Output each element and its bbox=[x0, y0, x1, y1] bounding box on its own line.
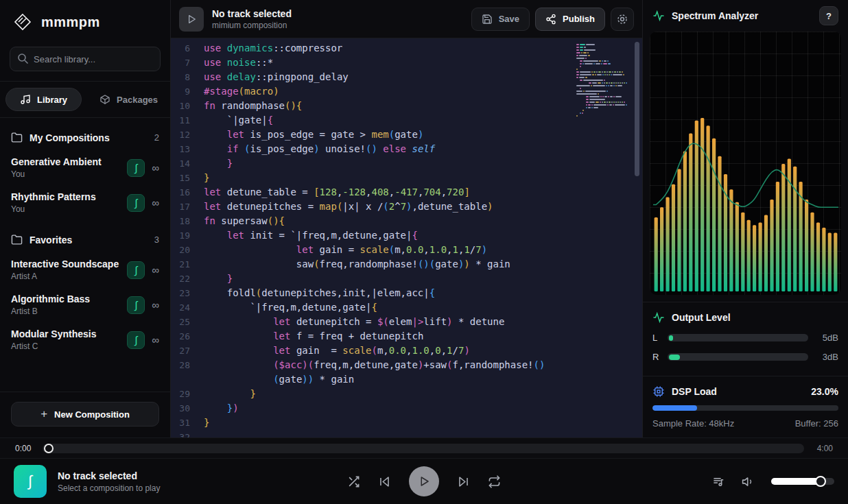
composition-item[interactable]: Generative Ambient You ∫ ∞ bbox=[0, 150, 170, 185]
code-editor[interactable]: 6use dynamics::compressor7use noise::*8u… bbox=[171, 38, 642, 437]
sample-rate-label: Sample Rate: 48kHz bbox=[652, 418, 734, 429]
speaker-icon bbox=[742, 475, 755, 488]
meter-left-track bbox=[668, 334, 808, 341]
volume-slider[interactable] bbox=[771, 478, 834, 485]
publish-label: Publish bbox=[563, 14, 595, 24]
composition-title: Interactive Soundscape bbox=[11, 259, 127, 269]
settings-button[interactable] bbox=[611, 8, 634, 31]
code-lines: 6use dynamics::compressor7use noise::*8u… bbox=[171, 41, 642, 437]
tab-library[interactable]: Library bbox=[5, 88, 82, 111]
meter-right-fill bbox=[669, 355, 680, 360]
new-composition-button[interactable]: + New Composition bbox=[11, 402, 159, 427]
minimap[interactable] bbox=[576, 44, 624, 121]
previous-track-button[interactable] bbox=[378, 475, 391, 488]
dsp-load-value: 23.0% bbox=[811, 386, 838, 397]
volume-fill bbox=[771, 478, 821, 485]
dsp-load-bar bbox=[652, 405, 838, 411]
composition-item[interactable]: Algorithmic Bass Artist B ∫ ∞ bbox=[0, 287, 170, 322]
track-thumbnail-play[interactable] bbox=[179, 7, 204, 32]
tab-library-label: Library bbox=[37, 95, 67, 105]
now-playing-subtitle: Select a composition to play bbox=[58, 483, 160, 493]
sidebar-lists: My Compositions 2 Generative Ambient You… bbox=[0, 118, 170, 392]
infinity-icon: ∞ bbox=[152, 264, 159, 276]
mimium-badge-icon: ∫ bbox=[127, 194, 145, 212]
repeat-icon bbox=[488, 475, 501, 488]
volume-button[interactable] bbox=[742, 475, 755, 488]
app-window: mmmpm Library bbox=[0, 0, 848, 504]
editor-track-title: No track selected bbox=[212, 8, 292, 19]
sidebar-tabs: Library Packages bbox=[0, 81, 170, 118]
infinity-icon: ∞ bbox=[152, 299, 159, 311]
composition-item[interactable]: Rhythmic Patterns You ∫ ∞ bbox=[0, 185, 170, 220]
timeline-scrubber-handle[interactable] bbox=[44, 444, 54, 453]
app-name: mmmpm bbox=[41, 14, 100, 30]
section-count: 3 bbox=[154, 235, 159, 245]
composition-author: You bbox=[11, 204, 127, 214]
plus-icon: + bbox=[40, 407, 47, 421]
queue-button[interactable] bbox=[712, 475, 725, 488]
playlist-icon bbox=[712, 475, 725, 488]
meter-right-track bbox=[668, 353, 808, 361]
next-track-button[interactable] bbox=[457, 475, 470, 488]
composition-title: Modular Synthesis bbox=[11, 328, 127, 339]
timeline-track[interactable] bbox=[43, 444, 804, 453]
play-button[interactable] bbox=[409, 466, 439, 496]
volume-knob[interactable] bbox=[815, 476, 826, 487]
analysis-panel: Spectrum Analyzer ? Output Level L bbox=[642, 0, 848, 437]
search-icon bbox=[17, 53, 29, 64]
section-count: 2 bbox=[154, 132, 159, 143]
tab-packages[interactable]: Packages bbox=[86, 88, 170, 110]
help-button[interactable]: ? bbox=[819, 6, 838, 25]
dsp-load-fill bbox=[652, 405, 697, 411]
composition-item[interactable]: Modular Synthesis Artist C ∫ ∞ bbox=[0, 322, 170, 357]
timeline-bar: 0:00 4:00 bbox=[0, 437, 848, 458]
infinity-icon: ∞ bbox=[152, 334, 159, 346]
search-input[interactable] bbox=[10, 47, 161, 71]
new-composition-label: New Composition bbox=[54, 409, 130, 420]
composition-item[interactable]: Interactive Soundscape Artist A ∫ ∞ bbox=[0, 252, 170, 287]
timeline-total-time: 4:00 bbox=[811, 444, 833, 453]
publish-button[interactable]: Publish bbox=[535, 8, 605, 31]
shuffle-button[interactable] bbox=[347, 475, 360, 488]
composition-author: Artist B bbox=[11, 307, 127, 316]
mimium-badge-icon: ∫ bbox=[127, 331, 145, 349]
meter-left-label: L bbox=[652, 333, 661, 343]
infinity-icon: ∞ bbox=[152, 162, 159, 173]
meter-right-value: 3dB bbox=[815, 352, 838, 362]
spectrum-chart bbox=[653, 36, 838, 291]
now-playing-title: No track selected bbox=[58, 470, 160, 481]
spectrum-title: Spectrum Analyzer bbox=[672, 10, 758, 21]
music-note-icon bbox=[20, 94, 31, 105]
editor-scrollbar[interactable] bbox=[635, 42, 639, 176]
package-icon bbox=[99, 94, 110, 105]
gear-icon bbox=[616, 13, 628, 25]
spectrum-analyzer bbox=[650, 32, 841, 295]
section-favorites: Favorites 3 bbox=[0, 220, 170, 252]
cpu-chip-icon bbox=[652, 385, 665, 398]
buffer-label: Buffer: 256 bbox=[795, 418, 838, 429]
folder-icon bbox=[11, 234, 23, 245]
now-playing-art: ∫ bbox=[14, 465, 47, 498]
shuffle-icon bbox=[347, 475, 360, 488]
editor-track-subtitle: mimium composition bbox=[212, 21, 292, 30]
infinity-icon: ∞ bbox=[152, 197, 159, 208]
tab-packages-label: Packages bbox=[117, 95, 158, 105]
save-button[interactable]: Save bbox=[471, 8, 530, 31]
editor-header: No track selected mimium composition Sav… bbox=[171, 0, 642, 38]
composition-title: Algorithmic Bass bbox=[11, 293, 127, 304]
meter-left-value: 5dB bbox=[815, 333, 838, 343]
waveform-icon bbox=[652, 10, 665, 22]
play-icon bbox=[186, 14, 197, 25]
section-my-compositions: My Compositions 2 bbox=[0, 118, 170, 150]
composition-author: You bbox=[11, 169, 127, 179]
output-level-title: Output Level bbox=[672, 312, 731, 323]
repeat-button[interactable] bbox=[488, 475, 501, 488]
composition-author: Artist A bbox=[11, 272, 127, 281]
logo-row: mmmpm bbox=[0, 0, 170, 44]
meter-right: R 3dB bbox=[652, 352, 838, 362]
waveform-icon bbox=[652, 311, 665, 324]
section-title: My Compositions bbox=[30, 132, 110, 143]
composition-title: Generative Ambient bbox=[11, 156, 127, 167]
timeline-current-time: 0:00 bbox=[15, 444, 36, 453]
app-logo-icon bbox=[12, 12, 33, 32]
